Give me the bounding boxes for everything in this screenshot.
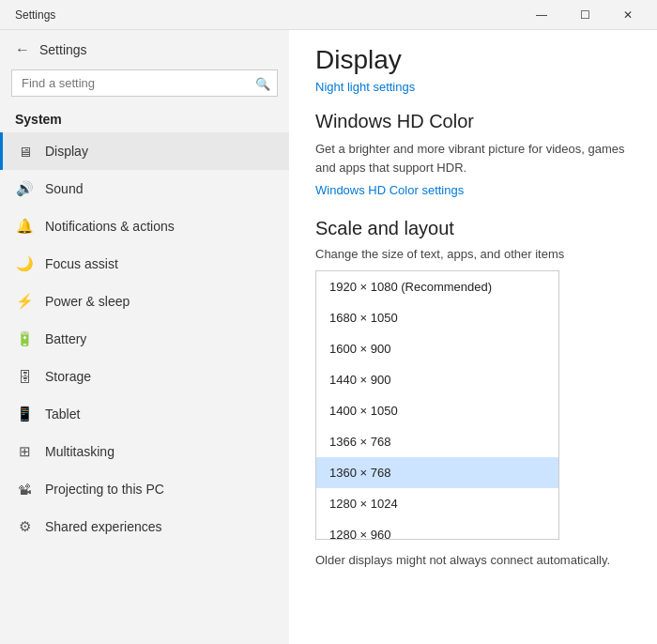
sidebar-label-battery: Battery [45, 331, 86, 346]
titlebar: Settings — ☐ ✕ [0, 0, 657, 30]
resolution-list[interactable]: 1920 × 1080 (Recommended)1680 × 10501600… [316, 271, 558, 539]
sidebar-label-power-sleep: Power & sleep [45, 294, 130, 309]
sidebar-app-title: Settings [39, 42, 87, 57]
sidebar-item-power-sleep[interactable]: ⚡ Power & sleep [0, 283, 289, 320]
content-title: Display [315, 45, 631, 75]
sidebar-label-display: Display [45, 144, 88, 159]
battery-icon: 🔋 [15, 330, 34, 348]
scale-desc: Change the size of text, apps, and other… [315, 247, 631, 261]
sidebar-item-multitasking[interactable]: ⊞ Multitasking [0, 433, 289, 470]
sidebar-label-sound: Sound [45, 181, 83, 196]
sidebar-section-label: System [0, 108, 289, 132]
resolution-option-4[interactable]: 1400 × 1050 [316, 395, 558, 426]
content-pane: Display Night light settings Windows HD … [289, 30, 657, 644]
search-icon: 🔍 [255, 76, 270, 90]
power-sleep-icon: ⚡ [15, 292, 34, 311]
close-button[interactable]: ✕ [606, 0, 649, 30]
sound-icon: 🔊 [15, 179, 34, 198]
resolution-option-7[interactable]: 1280 × 1024 [316, 488, 558, 519]
sidebar-header: ← Settings [0, 30, 289, 66]
maximize-button[interactable]: ☐ [563, 0, 606, 30]
sidebar-item-projecting[interactable]: 📽 Projecting to this PC [0, 470, 289, 508]
sidebar-item-sound[interactable]: 🔊 Sound [0, 170, 289, 207]
sidebar-label-multitasking: Multitasking [45, 444, 115, 459]
sidebar-item-focus-assist[interactable]: 🌙 Focus assist [0, 245, 289, 283]
shared-exp-icon: ⚙ [15, 517, 34, 536]
app-body: ← Settings 🔍 System 🖥 Display 🔊 Sound 🔔 … [0, 30, 657, 644]
resolution-dropdown[interactable]: 1920 × 1080 (Recommended)1680 × 10501600… [315, 270, 559, 540]
focus-assist-icon: 🌙 [15, 254, 34, 273]
search-box-container: 🔍 [11, 69, 278, 97]
sidebar-item-shared-exp[interactable]: ⚙ Shared experiences [0, 508, 289, 545]
sidebar-item-tablet[interactable]: 📱 Tablet [0, 395, 289, 433]
sidebar-item-display[interactable]: 🖥 Display [0, 132, 289, 170]
hd-section-heading: Windows HD Color [315, 111, 631, 132]
resolution-option-0[interactable]: 1920 × 1080 (Recommended) [316, 271, 558, 302]
titlebar-controls: — ☐ ✕ [520, 0, 649, 30]
search-input[interactable] [11, 69, 278, 97]
sidebar-label-projecting: Projecting to this PC [45, 482, 164, 497]
resolution-option-3[interactable]: 1440 × 900 [316, 364, 558, 395]
resolution-option-6[interactable]: 1360 × 768 [316, 457, 558, 488]
notifications-icon: 🔔 [15, 217, 34, 236]
minimize-button[interactable]: — [520, 0, 563, 30]
display-icon: 🖥 [15, 142, 34, 161]
titlebar-title: Settings [15, 8, 55, 22]
scale-section-heading: Scale and layout [315, 218, 631, 239]
sidebar-item-notifications[interactable]: 🔔 Notifications & actions [0, 207, 289, 245]
sidebar-label-focus-assist: Focus assist [45, 256, 118, 271]
sidebar: ← Settings 🔍 System 🖥 Display 🔊 Sound 🔔 … [0, 30, 289, 644]
sidebar-label-shared-exp: Shared experiences [45, 519, 162, 534]
resolution-option-8[interactable]: 1280 × 960 [316, 519, 558, 539]
hd-section-desc: Get a brighter and more vibrant picture … [315, 140, 631, 176]
sidebar-item-storage[interactable]: 🗄 Storage [0, 358, 289, 395]
multitasking-icon: ⊞ [15, 442, 34, 461]
projecting-icon: 📽 [15, 480, 34, 498]
resolution-option-1[interactable]: 1680 × 1050 [316, 302, 558, 333]
night-light-link[interactable]: Night light settings [315, 80, 415, 94]
nav-items-container: 🖥 Display 🔊 Sound 🔔 Notifications & acti… [0, 132, 289, 545]
content-footer: Older displays might not always connect … [315, 551, 631, 570]
hd-color-settings-link[interactable]: Windows HD Color settings [315, 183, 464, 197]
storage-icon: 🗄 [15, 367, 34, 386]
resolution-option-5[interactable]: 1366 × 768 [316, 426, 558, 457]
sidebar-item-battery[interactable]: 🔋 Battery [0, 320, 289, 358]
resolution-option-2[interactable]: 1600 × 900 [316, 333, 558, 364]
sidebar-label-storage: Storage [45, 369, 91, 384]
back-button[interactable]: ← [15, 41, 30, 58]
sidebar-label-tablet: Tablet [45, 406, 80, 422]
tablet-icon: 📱 [15, 405, 34, 423]
sidebar-label-notifications: Notifications & actions [45, 219, 175, 234]
